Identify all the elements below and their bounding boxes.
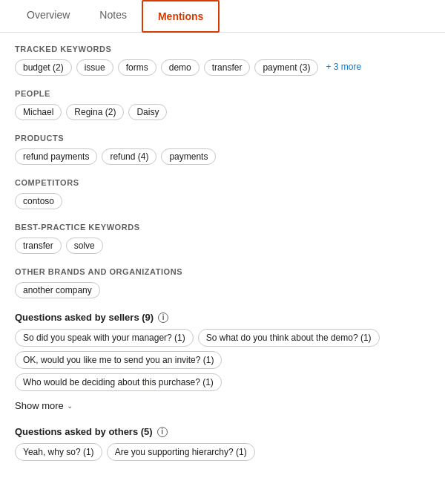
other-brands-tags: another company (15, 282, 430, 298)
section-other-brands: OTHER BRANDS AND ORGANIZATIONS another c… (15, 267, 430, 298)
chevron-down-icon: ⌄ (67, 402, 73, 410)
competitors-tags: contoso (15, 193, 430, 209)
tag-payments[interactable]: payments (161, 148, 216, 165)
q-other-1[interactable]: Yeah, why so? (1) (15, 443, 102, 461)
section-title-competitors: COMPETITORS (15, 178, 430, 187)
questions-others-title: Questions asked by others (5) (15, 426, 153, 437)
section-title-tracked-keywords: TRACKED KEYWORDS (15, 45, 430, 53)
tag-contoso[interactable]: contoso (15, 193, 62, 209)
questions-sellers-title-row: Questions asked by sellers (9) i (15, 312, 430, 323)
tag-michael[interactable]: Michael (15, 104, 62, 120)
section-title-products: PRODUCTS (15, 134, 430, 143)
questions-sellers-info-icon[interactable]: i (158, 312, 168, 323)
products-tags: refund payments refund (4) payments (15, 148, 430, 165)
tab-overview[interactable]: Overview (12, 0, 85, 33)
q-seller-3[interactable]: OK, would you like me to send you an inv… (15, 351, 222, 369)
tracked-keywords-tags: budget (2) issue forms demo transfer pay… (15, 59, 430, 76)
section-title-people: PEOPLE (15, 89, 430, 98)
questions-sellers-title: Questions asked by sellers (9) (15, 312, 154, 323)
tag-refund[interactable]: refund (4) (102, 148, 156, 165)
section-people: PEOPLE Michael Regina (2) Daisy (15, 89, 430, 120)
section-title-best-practice: BEST-PRACTICE KEYWORDS (15, 223, 430, 232)
q-seller-4[interactable]: Who would be deciding about this purchas… (15, 373, 222, 391)
tag-regina[interactable]: Regina (2) (66, 104, 124, 120)
section-competitors: COMPETITORS contoso (15, 178, 430, 209)
tag-refund-payments[interactable]: refund payments (15, 148, 97, 165)
more-keywords-link[interactable]: + 3 more (323, 59, 364, 76)
content-area: TRACKED KEYWORDS budget (2) issue forms … (0, 33, 445, 485)
tag-transfer[interactable]: transfer (204, 59, 251, 76)
questions-others-tags: Yeah, why so? (1) Are you supporting hie… (15, 443, 430, 461)
people-tags: Michael Regina (2) Daisy (15, 104, 430, 120)
questions-sellers-section: Questions asked by sellers (9) i So did … (15, 312, 430, 414)
q-seller-2[interactable]: So what do you think about the demo? (1) (198, 329, 380, 347)
section-best-practice: BEST-PRACTICE KEYWORDS transfer solve (15, 223, 430, 254)
q-seller-1[interactable]: So did you speak with your manager? (1) (15, 329, 194, 347)
show-more-button[interactable]: Show more ⌄ (15, 397, 430, 414)
best-practice-tags: transfer solve (15, 238, 430, 254)
section-title-other-brands: OTHER BRANDS AND ORGANIZATIONS (15, 267, 430, 276)
tab-mentions[interactable]: Mentions (142, 0, 220, 33)
tag-forms[interactable]: forms (118, 59, 156, 76)
tag-issue[interactable]: issue (76, 59, 113, 76)
tab-notes[interactable]: Notes (85, 0, 142, 33)
tag-another-company[interactable]: another company (15, 282, 100, 298)
tag-budget[interactable]: budget (2) (15, 59, 72, 76)
tag-demo[interactable]: demo (161, 59, 200, 76)
questions-others-info-icon[interactable]: i (157, 427, 168, 437)
section-products: PRODUCTS refund payments refund (4) paym… (15, 134, 430, 165)
tag-solve[interactable]: solve (66, 238, 103, 254)
q-other-2[interactable]: Are you supporting hierarchy? (1) (107, 443, 255, 461)
questions-others-title-row: Questions asked by others (5) i (15, 426, 430, 437)
tag-daisy[interactable]: Daisy (128, 104, 167, 120)
questions-sellers-tags: So did you speak with your manager? (1) … (15, 329, 430, 391)
tag-payment[interactable]: payment (3) (254, 59, 318, 76)
section-tracked-keywords: TRACKED KEYWORDS budget (2) issue forms … (15, 45, 430, 76)
tag-transfer-bp[interactable]: transfer (15, 238, 62, 254)
questions-others-section: Questions asked by others (5) i Yeah, wh… (15, 426, 430, 461)
show-more-label: Show more (15, 400, 64, 411)
tabs-container: Overview Notes Mentions (0, 0, 445, 33)
